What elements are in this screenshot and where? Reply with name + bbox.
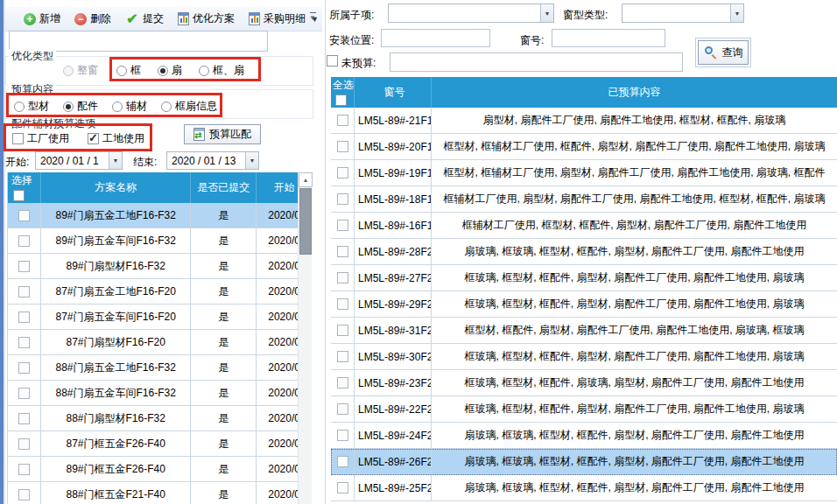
select-all-checkbox[interactable] <box>335 94 347 106</box>
scroll-up-icon[interactable]: ▲ <box>299 172 313 187</box>
table-row[interactable]: 87#门扇五金车间F16-F20 是 2020/0 <box>8 304 312 330</box>
table-row[interactable]: LM5L-89#-29F27 框玻璃, 框型材, 框配件, 扇型材, 扇配件工厂… <box>331 291 837 318</box>
budgeted-content-cell[interactable]: 框玻璃, 框型材, 框配件, 扇型材, 扇配件工厂使用, 扇配件工地使用, 扇玻… <box>432 291 837 318</box>
row-checkbox[interactable] <box>337 298 348 310</box>
row-checkbox[interactable] <box>337 115 348 126</box>
table-row[interactable]: 88#门框五金F21-F40 是 2020/0 <box>8 482 312 504</box>
radio-frame-sash[interactable]: 框、扇 <box>199 63 244 78</box>
budgeted-content-cell[interactable]: 框型材, 框配件, 扇型材, 扇配件工厂使用, 扇配件工地使用, 扇玻璃, 框玻… <box>432 318 837 344</box>
radio-accessory[interactable]: 配件 <box>63 99 98 114</box>
submitted-cell[interactable]: 是 <box>191 304 257 330</box>
checkbox-site-use[interactable]: 工地使用 <box>88 131 144 146</box>
submitted-cell[interactable]: 是 <box>191 457 257 482</box>
table-row[interactable]: LM5L-89#-19F17 框型材, 框辅材工厂使用, 扇型材, 扇配件工厂使… <box>331 160 837 186</box>
plan-name-cell[interactable]: 87#门扇五金工地F16-F20 <box>41 279 192 304</box>
table-row[interactable]: LM5L-89#-24F22 扇玻璃, 框玻璃, 框型材, 框配件, 扇型材, … <box>331 423 837 449</box>
row-checkbox[interactable] <box>18 413 30 424</box>
submitted-cell[interactable]: 是 <box>191 254 257 279</box>
plan-name-cell[interactable]: 88#门扇五金工地F16-F32 <box>41 355 192 381</box>
window-no-cell[interactable]: LM5L-89#-27F25 <box>355 265 432 291</box>
date-end-picker[interactable]: 2020 / 01 / 13 ▼ <box>166 151 259 170</box>
radio-frame[interactable]: 框 <box>116 63 141 78</box>
budgeted-content-cell[interactable]: 框玻璃, 框型材, 框配件, 扇型材, 扇配件工厂使用, 扇配件工地使用, 扇玻… <box>432 265 837 291</box>
row-checkbox[interactable] <box>337 430 348 441</box>
table-row[interactable]: LM5L-89#-27F25 框玻璃, 框型材, 框配件, 扇型材, 扇配件工厂… <box>331 265 837 291</box>
row-checkbox[interactable] <box>18 388 30 399</box>
window-no-cell[interactable]: LM5L-89#-19F17 <box>355 160 432 186</box>
chevron-down-icon[interactable]: ▼ <box>730 4 743 22</box>
table-row[interactable]: 87#门扇型材F16-F20 是 2020/0 <box>8 330 312 355</box>
budgeted-content-cell[interactable]: 框型材, 框辅材工厂使用, 框配件, 扇型材, 扇配件工厂使用, 扇配件工地使用… <box>432 134 837 160</box>
budgeted-content-cell[interactable]: 扇型材, 扇配件工厂使用, 扇配件工地使用, 框型材, 框配件, 扇玻璃 <box>432 108 837 134</box>
install-location-input[interactable] <box>381 29 490 47</box>
row-checkbox[interactable] <box>18 312 30 323</box>
plan-name-cell[interactable]: 89#门扇五金车间F16-F32 <box>41 228 192 254</box>
unbudgeted-checkbox[interactable] <box>327 55 338 66</box>
table-row[interactable]: LM5L-89#-31F29 框型材, 框配件, 扇型材, 扇配件工厂使用, 扇… <box>331 318 837 344</box>
row-checkbox[interactable] <box>337 167 348 178</box>
submitted-cell[interactable]: 是 <box>191 381 257 406</box>
submitted-cell[interactable]: 是 <box>191 228 257 254</box>
table-row[interactable]: LM5L-89#-23F21 框玻璃, 框型材, 框配件, 扇玻璃, 扇型材, … <box>331 370 837 396</box>
table-row[interactable]: 87#门扇五金工地F16-F20 是 2020/0 <box>8 279 312 304</box>
row-checkbox[interactable] <box>337 403 348 415</box>
optimize-plan-button[interactable]: 优化方案 <box>173 10 239 28</box>
table-row[interactable]: 89#门扇型材F16-F32 是 2020/0 <box>8 254 312 279</box>
table-row[interactable]: LM5L-89#-28F26 扇玻璃, 框玻璃, 框型材, 框配件, 扇型材, … <box>331 239 837 265</box>
chevron-down-icon[interactable]: ▼ <box>540 4 553 22</box>
chevron-down-icon[interactable]: ▼ <box>109 152 122 169</box>
budgeted-content-cell[interactable]: 框玻璃, 框型材, 框配件, 扇型材, 扇配件工厂使用, 扇配件工地使用, 扇玻… <box>432 396 837 423</box>
window-no-cell[interactable]: LM5L-89#-30F28 <box>355 344 432 370</box>
submitted-cell[interactable]: 是 <box>191 431 257 457</box>
delete-button[interactable]: − 删除 <box>70 10 116 28</box>
table-row[interactable]: LM5L-89#-18F16 框辅材工厂使用, 扇型材, 扇配件工厂使用, 扇配… <box>331 186 837 213</box>
submitted-cell[interactable]: 是 <box>191 203 257 228</box>
select-all-column-header[interactable]: 全选 <box>331 77 355 108</box>
row-checkbox[interactable] <box>18 210 30 221</box>
table-row[interactable]: LM5L-89#-26F24 扇玻璃, 框玻璃, 框型材, 框配件, 扇型材, … <box>331 449 837 475</box>
budgeted-content-cell[interactable]: 框玻璃, 框型材, 框配件, 扇玻璃, 扇型材, 扇配件工厂使用, 扇配件工地使… <box>432 370 837 396</box>
sub-item-select[interactable]: ▼ <box>388 4 554 23</box>
row-checkbox[interactable] <box>18 438 30 450</box>
window-no-cell[interactable]: LM5L-89#-25F23 <box>355 475 432 501</box>
select-all-checkbox[interactable] <box>13 190 25 201</box>
plan-name-column-header[interactable]: 方案名称 <box>41 172 192 203</box>
table-row[interactable]: LM5L-89#-20F18 框型材, 框辅材工厂使用, 框配件, 扇型材, 扇… <box>331 134 837 160</box>
window-no-cell[interactable]: LM5L-89#-29F27 <box>355 291 432 318</box>
row-checkbox[interactable] <box>18 261 30 272</box>
row-checkbox[interactable] <box>18 464 30 475</box>
table-row[interactable]: LM5L-89#-16F15 框辅材工厂使用, 框型材, 框配件, 扇型材, 扇… <box>331 213 837 239</box>
row-checkbox[interactable] <box>18 286 30 298</box>
row-checkbox[interactable] <box>337 377 348 388</box>
budgeted-content-cell[interactable]: 框辅材工厂使用, 框型材, 框配件, 扇型材, 扇配件工厂使用, 扇配件工地使用 <box>432 213 837 239</box>
window-no-cell[interactable]: LM5L-89#-20F18 <box>355 134 432 160</box>
table-row[interactable]: 88#门扇型材F16-F32 是 2020/0 <box>8 406 312 431</box>
window-no-cell[interactable]: LM5L-89#-24F22 <box>355 423 432 449</box>
row-checkbox[interactable] <box>337 482 348 494</box>
plan-name-cell[interactable]: 89#门扇型材F16-F32 <box>41 254 192 279</box>
table-row[interactable]: LM5L-89#-21F19 扇型材, 扇配件工厂使用, 扇配件工地使用, 框型… <box>331 108 837 134</box>
submitted-cell[interactable]: 是 <box>191 355 257 381</box>
row-checkbox[interactable] <box>337 272 348 284</box>
table-row[interactable]: 89#门扇五金工地F16-F32 是 2020/0 <box>8 203 312 228</box>
table-row[interactable]: LM5L-89#-22F20 框玻璃, 框型材, 框配件, 扇型材, 扇配件工厂… <box>331 396 837 423</box>
query-button[interactable]: 查询 <box>698 40 749 65</box>
plan-name-cell[interactable]: 88#门框五金F21-F40 <box>41 482 192 504</box>
window-type-select[interactable]: ▼ <box>622 4 744 23</box>
row-checkbox[interactable] <box>337 141 348 152</box>
checkbox-factory-use[interactable]: 工厂使用 <box>12 131 69 146</box>
row-checkbox[interactable] <box>337 220 348 231</box>
table-row[interactable]: 87#门框五金F26-F40 是 2020/0 <box>8 431 312 457</box>
window-no-cell[interactable]: LM5L-89#-18F16 <box>355 186 432 213</box>
radio-profile[interactable]: 型材 <box>14 99 49 114</box>
submitted-cell[interactable]: 是 <box>191 330 257 355</box>
budgeted-content-cell[interactable]: 扇玻璃, 框玻璃, 框型材, 框配件, 扇型材, 扇配件工厂使用, 扇配件工地使… <box>432 475 837 501</box>
submitted-column-header[interactable]: 是否已提交 <box>191 172 257 203</box>
radio-frame-sash-info[interactable]: 框扇信息 <box>161 99 217 114</box>
plan-name-cell[interactable]: 87#门扇五金车间F16-F20 <box>41 304 192 330</box>
budgeted-content-cell[interactable]: 框型材, 框辅材工厂使用, 扇型材, 扇配件工厂使用, 扇配件工地使用, 扇玻璃… <box>432 160 837 186</box>
submitted-cell[interactable]: 是 <box>191 406 257 431</box>
table-row[interactable]: 88#门扇五金车间F16-F32 是 2020/0 <box>8 381 312 406</box>
budgeted-content-column-header[interactable]: 已预算内容 <box>432 77 837 108</box>
row-checkbox[interactable] <box>18 489 30 500</box>
